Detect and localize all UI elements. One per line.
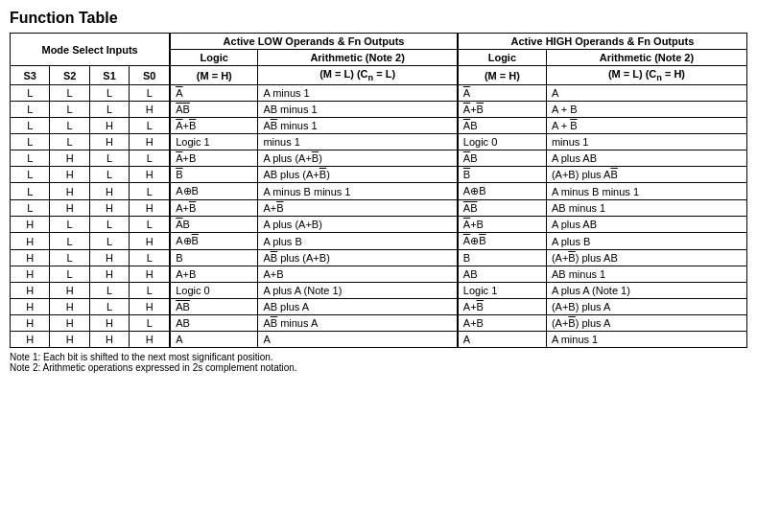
table-cell: L (130, 118, 170, 134)
table-cell: L (89, 150, 129, 167)
table-cell: H (89, 183, 129, 200)
table-cell: AB minus 1 (546, 200, 746, 217)
page-title: Function Table (10, 10, 747, 27)
table-cell: B (170, 167, 258, 183)
table-cell: H (11, 332, 50, 348)
table-cell: H (130, 167, 170, 183)
table-cell: L (89, 217, 129, 233)
table-cell: L (11, 118, 50, 134)
table-cell: H (130, 134, 170, 150)
table-cell: A (170, 332, 258, 348)
table-cell: H (50, 315, 89, 332)
table-cell: H (89, 266, 129, 283)
arith-ml-low-header: (M = L) (Cn = L) (258, 66, 458, 85)
table-cell: L (130, 217, 170, 233)
table-cell: Logic 0 (170, 283, 258, 299)
table-cell: A+B (458, 299, 547, 315)
table-cell: L (11, 134, 50, 150)
table-cell: L (130, 183, 170, 200)
active-low-header: Active LOW Operands & Fn Outputs (170, 34, 458, 50)
table-cell: AB (170, 217, 258, 233)
table-cell: A minus B minus 1 (258, 183, 458, 200)
notes-section: Note 1: Each bit is shifted to the next … (10, 352, 747, 373)
table-cell: AB (170, 102, 258, 118)
table-cell: Logic 0 (458, 134, 547, 150)
table-cell: L (89, 102, 129, 118)
table-cell: H (50, 167, 89, 183)
table-cell: L (89, 167, 129, 183)
logic-mh2-header: (M = H) (458, 66, 547, 85)
note1: Note 1: Each bit is shifted to the next … (10, 352, 747, 362)
table-cell: H (130, 102, 170, 118)
table-cell: A+B (170, 266, 258, 283)
table-cell: A minus B minus 1 (546, 183, 746, 200)
table-cell: H (89, 134, 129, 150)
table-cell: B (458, 250, 547, 266)
table-cell: A+B (258, 266, 458, 283)
table-cell: H (89, 118, 129, 134)
table-cell: H (11, 299, 50, 315)
table-cell: H (11, 283, 50, 299)
arith-label-high: Arithmetic (Note 2) (546, 50, 746, 66)
table-cell: L (130, 85, 170, 102)
table-cell: A + B (546, 102, 746, 118)
table-cell: L (11, 183, 50, 200)
table-cell: H (89, 250, 129, 266)
table-cell: AB plus (A+B) (258, 250, 458, 266)
table-cell: H (50, 332, 89, 348)
table-cell: Logic 1 (170, 134, 258, 150)
table-cell: A⊕B (458, 183, 547, 200)
table-cell: H (130, 200, 170, 217)
table-cell: minus 1 (546, 134, 746, 150)
table-cell: L (50, 266, 89, 283)
table-cell: H (130, 299, 170, 315)
table-cell: A+B (170, 150, 258, 167)
s0-header: S0 (130, 66, 170, 85)
table-cell: (A+B) plus A (546, 315, 746, 332)
table-cell: A+B (258, 200, 458, 217)
table-cell: L (89, 283, 129, 299)
table-cell: L (11, 102, 50, 118)
s1-header: S1 (89, 66, 129, 85)
table-cell: H (89, 315, 129, 332)
table-cell: H (130, 233, 170, 250)
table-cell: AB (458, 150, 547, 167)
table-cell: A (458, 85, 547, 102)
table-cell: A (546, 85, 746, 102)
table-cell: AB (458, 200, 547, 217)
table-cell: A plus AB (546, 150, 746, 167)
table-cell: AB minus 1 (258, 102, 458, 118)
s2-header: S2 (50, 66, 89, 85)
table-cell: A⊕B (170, 183, 258, 200)
table-cell: Logic 1 (458, 283, 547, 299)
table-cell: H (50, 200, 89, 217)
table-cell: L (89, 233, 129, 250)
table-cell: L (130, 150, 170, 167)
arith-label-low: Arithmetic (Note 2) (258, 50, 458, 66)
function-table: Mode Select Inputs Active LOW Operands &… (10, 33, 747, 348)
table-cell: (A+B) plus A (546, 299, 746, 315)
table-cell: L (130, 283, 170, 299)
table-cell: L (50, 118, 89, 134)
table-cell: A plus (A+B) (258, 150, 458, 167)
table-cell: H (50, 183, 89, 200)
table-cell: H (130, 266, 170, 283)
table-cell: H (89, 332, 129, 348)
table-cell: A plus A (Note 1) (258, 283, 458, 299)
table-cell: L (130, 315, 170, 332)
table-cell: L (50, 217, 89, 233)
table-cell: AB plus A (258, 299, 458, 315)
logic-mh-header: (M = H) (170, 66, 258, 85)
table-cell: AB (170, 299, 258, 315)
table-cell: A (170, 85, 258, 102)
s3-header: S3 (11, 66, 50, 85)
table-cell: L (50, 102, 89, 118)
table-cell: H (89, 200, 129, 217)
table-cell: A + B (546, 118, 746, 134)
table-cell: A plus AB (546, 217, 746, 233)
table-cell: (A+B) plus AB (546, 167, 746, 183)
table-cell: H (50, 150, 89, 167)
table-cell: AB minus 1 (546, 266, 746, 283)
table-cell: minus 1 (258, 134, 458, 150)
table-cell: H (11, 266, 50, 283)
